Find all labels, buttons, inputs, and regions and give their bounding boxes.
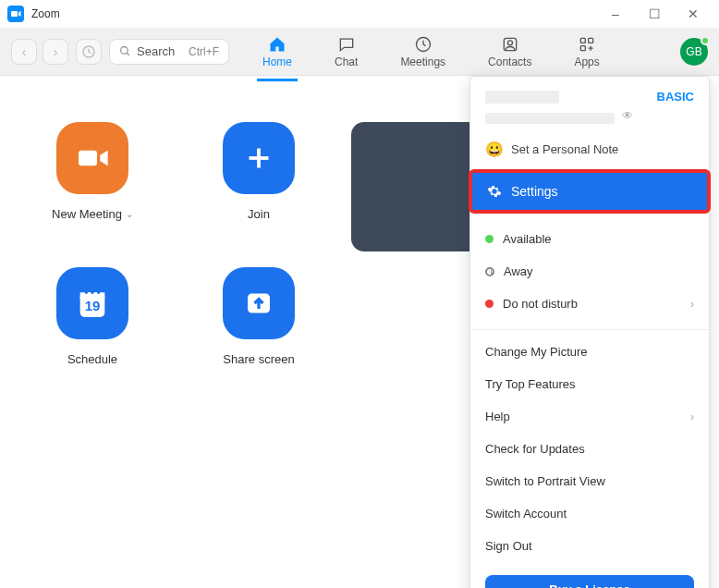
- links-section: Change My Picture Try Top Features Help …: [470, 330, 709, 568]
- svg-rect-7: [580, 38, 585, 43]
- tab-contacts[interactable]: Contacts: [482, 31, 537, 72]
- tile-label: Share screen: [223, 352, 294, 366]
- settings-item[interactable]: Settings: [472, 173, 707, 210]
- search-icon: [119, 45, 131, 57]
- svg-point-17: [97, 291, 100, 294]
- tab-label: Home: [262, 55, 292, 68]
- tab-label: Apps: [574, 55, 599, 68]
- avatar[interactable]: GB: [680, 38, 708, 66]
- user-name-redacted: [485, 91, 559, 104]
- status-label: Away: [504, 264, 533, 278]
- personal-note-label: Set a Personal Note: [511, 142, 618, 156]
- status-available[interactable]: Available: [470, 223, 709, 255]
- search-placeholder: Search: [137, 44, 175, 58]
- status-clock-icon: [485, 267, 494, 276]
- home-icon: [268, 35, 286, 54]
- video-icon: [56, 122, 128, 194]
- gear-icon: [487, 184, 502, 199]
- calendar-icon: 19: [56, 267, 128, 339]
- clock-icon: [414, 35, 433, 54]
- new-meeting-tile[interactable]: New Meeting ⌄: [37, 122, 148, 221]
- svg-text:19: 19: [85, 298, 101, 313]
- close-button[interactable]: ✕: [682, 3, 704, 25]
- avatar-initials: GB: [686, 45, 701, 58]
- user-email-redacted: [485, 113, 615, 124]
- tab-label: Chat: [335, 55, 358, 68]
- chevron-down-icon[interactable]: ⌄: [126, 209, 133, 219]
- svg-point-2: [121, 47, 128, 55]
- history-button[interactable]: [76, 39, 102, 65]
- zoom-app-icon: [7, 6, 24, 22]
- help-item[interactable]: Help ›: [470, 400, 709, 433]
- status-label: Do not disturb: [503, 297, 578, 311]
- status-dot-green: [485, 235, 494, 243]
- status-dot-red: [485, 300, 494, 308]
- link-label: Sign Out: [485, 539, 532, 553]
- status-label: Available: [503, 232, 552, 246]
- share-screen-tile[interactable]: Share screen: [203, 267, 314, 366]
- link-label: Try Top Features: [485, 377, 576, 391]
- search-shortcut: Ctrl+F: [189, 45, 219, 58]
- svg-point-6: [507, 40, 512, 44]
- plus-icon: [223, 122, 295, 194]
- svg-rect-0: [11, 11, 18, 17]
- svg-rect-9: [580, 45, 585, 50]
- smile-icon: 😀: [485, 141, 504, 158]
- chat-icon: [337, 35, 356, 54]
- link-label: Change My Picture: [485, 345, 588, 359]
- minimize-button[interactable]: –: [604, 3, 627, 25]
- status-away[interactable]: Away: [470, 255, 709, 288]
- tab-chat[interactable]: Chat: [329, 31, 363, 72]
- tab-label: Meetings: [400, 55, 445, 68]
- search-input[interactable]: Search Ctrl+F: [109, 39, 229, 65]
- contacts-icon: [501, 35, 519, 54]
- personal-note-item[interactable]: 😀 Set a Personal Note: [470, 133, 709, 169]
- eye-icon[interactable]: 👁: [622, 109, 633, 122]
- tile-label: Schedule: [67, 352, 117, 366]
- schedule-tile[interactable]: 19 Schedule: [37, 267, 148, 366]
- link-label: Switch Account: [485, 507, 567, 521]
- switch-account-item[interactable]: Switch Account: [470, 497, 709, 530]
- portrait-view-item[interactable]: Switch to Portrait View: [470, 465, 709, 497]
- share-arrow-icon: [223, 267, 295, 339]
- settings-highlight: Settings: [469, 169, 711, 214]
- buy-license-button[interactable]: Buy a License: [485, 575, 694, 588]
- actions-pane: New Meeting ⌄ Join 19 Schedule: [0, 76, 351, 588]
- link-label: Switch to Portrait View: [485, 474, 605, 488]
- chevron-right-icon: ›: [690, 298, 694, 311]
- nav-forward-button[interactable]: ›: [43, 39, 68, 65]
- tab-home[interactable]: Home: [257, 31, 298, 72]
- window-title: Zoom: [31, 7, 604, 20]
- svg-rect-8: [589, 38, 593, 43]
- svg-line-3: [127, 53, 129, 55]
- svg-rect-10: [79, 151, 97, 166]
- link-label: Check for Updates: [485, 442, 585, 456]
- settings-label: Settings: [511, 184, 558, 199]
- tile-label: Join: [248, 207, 270, 221]
- tab-meetings[interactable]: Meetings: [395, 31, 451, 72]
- tab-apps[interactable]: Apps: [568, 31, 604, 72]
- status-section: Available Away Do not disturb ›: [470, 214, 709, 330]
- try-top-features-item[interactable]: Try Top Features: [470, 368, 709, 400]
- presence-indicator: [701, 36, 710, 45]
- apps-icon: [578, 35, 596, 54]
- change-picture-item[interactable]: Change My Picture: [470, 336, 709, 368]
- svg-point-15: [85, 291, 88, 294]
- buy-license-label: Buy a License: [549, 582, 629, 588]
- nav-back-button[interactable]: ‹: [11, 39, 37, 65]
- plan-badge: BASIC: [657, 90, 694, 104]
- maximize-button[interactable]: ☐: [643, 3, 665, 25]
- toolbar: ‹ › Search Ctrl+F Home Chat Meetings: [0, 28, 719, 76]
- chevron-right-icon: ›: [690, 410, 694, 423]
- tile-label: New Meeting: [52, 207, 122, 221]
- sign-out-item[interactable]: Sign Out: [470, 530, 709, 562]
- check-updates-item[interactable]: Check for Updates: [470, 433, 709, 465]
- tab-label: Contacts: [488, 55, 531, 68]
- title-bar: Zoom – ☐ ✕: [0, 0, 719, 28]
- profile-dropdown: BASIC 👁 😀 Set a Personal Note Settings A…: [469, 76, 710, 588]
- status-dnd[interactable]: Do not disturb ›: [470, 288, 709, 320]
- svg-point-16: [91, 291, 93, 294]
- join-tile[interactable]: Join: [203, 122, 314, 221]
- link-label: Help: [485, 410, 510, 423]
- user-info-block: BASIC 👁: [470, 77, 709, 133]
